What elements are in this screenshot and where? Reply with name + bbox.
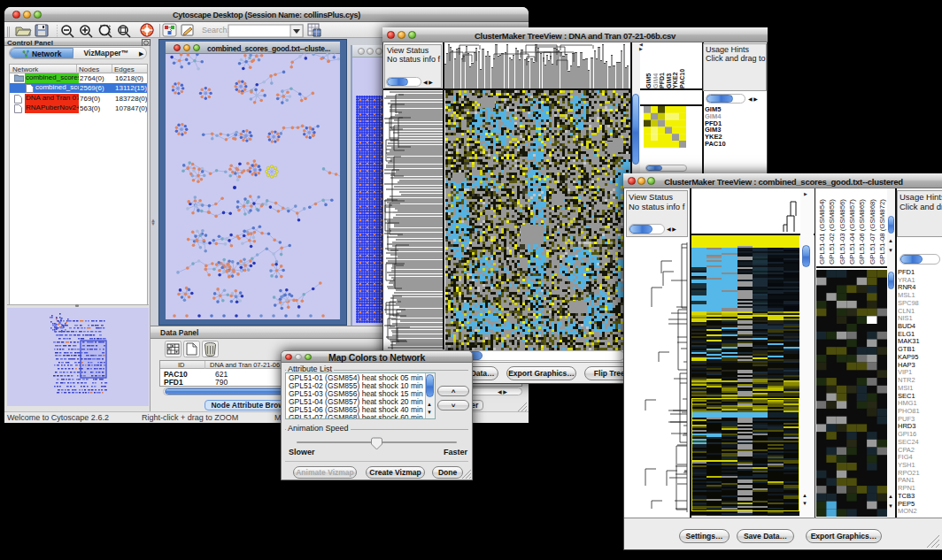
svg-text:Search:: Search: — [202, 26, 229, 35]
